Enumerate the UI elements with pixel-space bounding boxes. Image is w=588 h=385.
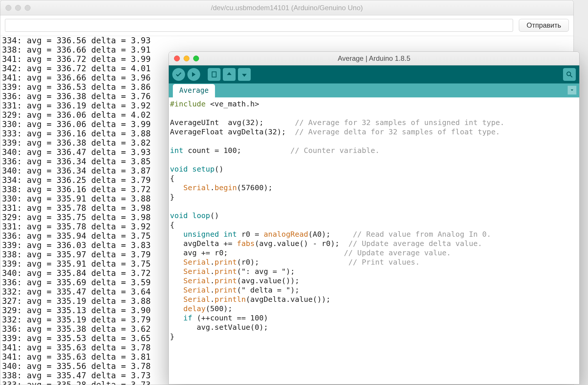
- code-token: .: [210, 183, 214, 192]
- code-token: setup: [188, 165, 214, 173]
- code-token: (avg.value());: [237, 276, 299, 285]
- code-token: Serial: [183, 183, 210, 192]
- new-button[interactable]: [208, 68, 220, 81]
- svg-point-1: [567, 72, 571, 76]
- code-token: (++count == 100): [192, 313, 268, 322]
- ide-window-title: Average | Arduino 1.8.5: [169, 54, 579, 63]
- code-token: .: [210, 276, 214, 285]
- open-button[interactable]: [223, 68, 236, 81]
- code-token: [170, 183, 183, 192]
- code-token: (): [215, 165, 224, 173]
- serial-titlebar: /dev/cu.usbmodem14101 (Arduino/Genuino U…: [0, 0, 573, 15]
- code-comment: // Average for 32 samples of unsigned in…: [295, 118, 505, 127]
- arduino-ide-window: Average | Arduino 1.8.5 Average #include…: [168, 51, 580, 384]
- svg-line-2: [570, 75, 572, 77]
- code-editor[interactable]: #include <ve_math.h> AverageUInt avg(32)…: [169, 97, 579, 341]
- code-token: AverageUInt avg(32);: [170, 118, 295, 127]
- code-comment: // Average delta for 32 samples of float…: [295, 127, 500, 136]
- code-token: int: [170, 146, 183, 155]
- code-token: (57600);: [237, 183, 273, 192]
- code-token: Serial: [183, 258, 210, 266]
- serial-monitor-button[interactable]: [563, 68, 576, 81]
- code-token: [170, 295, 183, 304]
- code-token: {: [170, 174, 174, 183]
- magnifier-icon: [566, 71, 573, 78]
- code-token: avg.setValue(0);: [170, 323, 268, 331]
- arrow-up-icon: [226, 71, 233, 78]
- code-token: .: [210, 295, 214, 304]
- code-token: .: [210, 267, 214, 276]
- code-token: analogRead: [263, 230, 308, 238]
- verify-button[interactable]: [172, 68, 185, 81]
- send-button[interactable]: Отправить: [519, 19, 569, 32]
- code-token: Serial: [183, 267, 210, 276]
- code-token: Serial: [183, 286, 210, 294]
- code-token: loop: [188, 211, 210, 220]
- close-icon[interactable]: [174, 56, 180, 61]
- code-token: [170, 304, 183, 313]
- traffic-lights-inactive: [6, 5, 31, 11]
- code-token: Serial: [183, 295, 210, 304]
- code-token: if: [183, 313, 192, 322]
- code-comment: // Print values.: [348, 258, 420, 266]
- code-comment: // Update average delta value.: [348, 239, 482, 248]
- code-token: (avgDelta.value());: [246, 295, 331, 304]
- file-icon: [211, 71, 218, 78]
- code-token: (r0);: [237, 258, 348, 266]
- zoom-icon[interactable]: [193, 56, 199, 61]
- save-button[interactable]: [238, 68, 251, 81]
- minimize-icon[interactable]: [184, 56, 189, 61]
- code-token: avgDelta +=: [170, 239, 237, 248]
- traffic-lights: [174, 56, 199, 61]
- code-token: (" delta = ");: [237, 286, 299, 294]
- code-comment: // Counter variable.: [291, 146, 380, 155]
- ide-tabbar: Average: [169, 83, 579, 97]
- code-token: [170, 230, 183, 238]
- code-token: (A0);: [308, 230, 353, 238]
- code-token: [170, 267, 183, 276]
- code-token: (": avg = ");: [237, 267, 295, 276]
- code-comment: // Read value from Analog In 0.: [353, 230, 491, 238]
- code-token: (): [210, 211, 219, 220]
- code-token: [170, 313, 183, 322]
- arrow-right-icon: [190, 71, 197, 78]
- code-token: r0 =: [237, 230, 263, 238]
- zoom-icon[interactable]: [25, 5, 31, 11]
- code-token: }: [170, 192, 174, 201]
- code-token: [170, 258, 183, 266]
- code-token: print: [215, 267, 237, 276]
- code-token: print: [215, 286, 237, 294]
- check-icon: [175, 71, 182, 78]
- serial-window-title: /dev/cu.usbmodem14101 (Arduino/Genuino U…: [0, 4, 573, 12]
- upload-button[interactable]: [187, 68, 200, 81]
- code-token: #include: [170, 99, 206, 108]
- code-token: print: [215, 258, 237, 266]
- code-token: }: [170, 332, 174, 341]
- code-token: void: [170, 165, 188, 173]
- code-token: [170, 286, 183, 294]
- code-token: (500);: [206, 304, 232, 313]
- code-token: print: [215, 276, 237, 285]
- close-icon[interactable]: [6, 5, 11, 11]
- code-token: count = 100;: [183, 146, 290, 155]
- serial-send-row: Отправить: [0, 15, 573, 36]
- serial-input[interactable]: [5, 19, 513, 32]
- code-token: println: [215, 295, 246, 304]
- chevron-down-icon: [569, 88, 575, 93]
- code-token: delay: [183, 304, 206, 313]
- code-token: void: [170, 211, 188, 220]
- code-token: unsigned int: [183, 230, 237, 238]
- svg-rect-0: [212, 72, 216, 77]
- tab-average[interactable]: Average: [173, 84, 215, 97]
- code-token: .: [210, 258, 214, 266]
- code-token: .: [210, 286, 214, 294]
- tab-menu-button[interactable]: [568, 86, 576, 95]
- code-token: <ve_math.h>: [206, 99, 259, 108]
- minimize-icon[interactable]: [15, 5, 21, 11]
- code-token: Serial: [183, 276, 210, 285]
- code-comment: // Update average value.: [344, 248, 451, 257]
- code-token: AverageFloat avgDelta(32);: [170, 127, 295, 136]
- ide-titlebar: Average | Arduino 1.8.5: [169, 52, 579, 65]
- ide-toolbar: [169, 65, 579, 83]
- code-token: (avg.value() - r0);: [255, 239, 348, 248]
